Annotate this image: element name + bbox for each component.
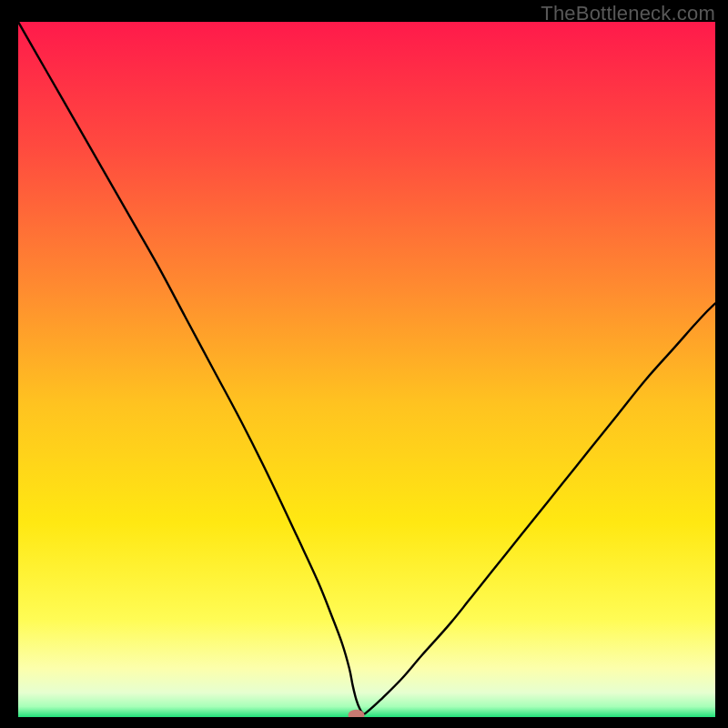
watermark-text: TheBottleneck.com — [541, 2, 715, 25]
gradient-background — [18, 22, 715, 717]
chart-svg — [18, 22, 715, 717]
bottleneck-chart — [18, 22, 715, 717]
